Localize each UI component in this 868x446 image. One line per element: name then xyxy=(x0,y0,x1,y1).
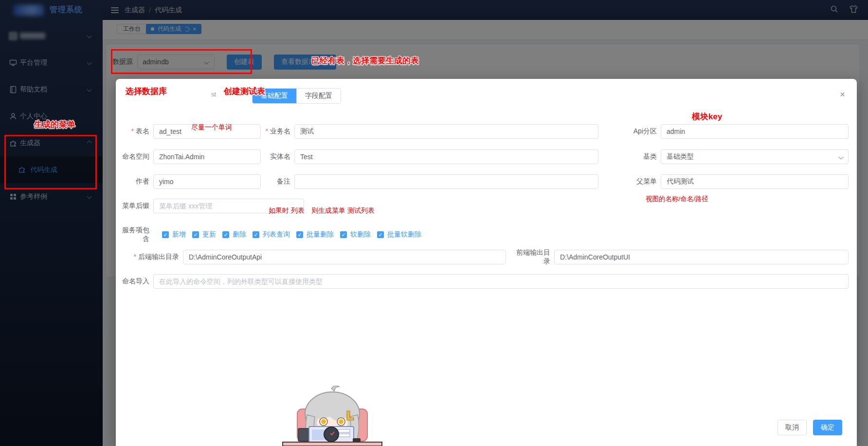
base-class-label: 基类 xyxy=(622,152,657,161)
dialog-tabs: 基础配置 字段配置 xyxy=(252,88,341,104)
checkbox-label: 批量软删除 xyxy=(387,230,421,239)
form-row-services: 服务项包含 ✓新增 ✓更新 ✓删除 ✓列表查询 ✓批量删除 ✓软删除 ✓批量软删… xyxy=(116,227,849,242)
parent-menu-label: 父菜单 xyxy=(622,177,657,186)
form-row-import: 命名导入 xyxy=(116,274,849,289)
namespace-input[interactable] xyxy=(153,149,261,164)
confirm-button[interactable]: 确定 xyxy=(813,420,842,435)
checkbox-checked-icon: ✓ xyxy=(377,231,384,238)
checkbox-checked-icon: ✓ xyxy=(162,231,169,238)
checkbox-label: 新增 xyxy=(172,230,186,239)
checkbox-checked-icon: ✓ xyxy=(253,231,259,238)
services-label: 服务项包含 xyxy=(116,226,149,243)
business-name-input[interactable] xyxy=(294,124,598,139)
checkbox-label: 列表查询 xyxy=(263,230,290,239)
checkbox-checked-icon: ✓ xyxy=(222,231,229,238)
entity-name-label: 实体名 xyxy=(257,152,290,161)
base-class-value[interactable] xyxy=(661,149,849,164)
services-checkbox-group: ✓新增 ✓更新 ✓删除 ✓列表查询 ✓批量删除 ✓软删除 ✓批量软删除 xyxy=(162,230,421,239)
close-icon[interactable]: × xyxy=(840,90,845,99)
table-name-label: 表名 xyxy=(116,127,149,136)
entity-name-input[interactable] xyxy=(294,149,598,164)
menu-suffix-label: 菜单后缀 xyxy=(116,202,149,210)
checkbox-label: 更新 xyxy=(202,230,216,239)
menu-suffix-input[interactable] xyxy=(153,199,304,213)
checkbox-checked-icon: ✓ xyxy=(296,231,303,238)
business-name-label: 业务名 xyxy=(257,127,290,136)
author-input[interactable] xyxy=(153,174,261,189)
form-row-3: 作者 备注 父菜单 xyxy=(116,174,849,189)
form-row-output: 后端输出目录 前端输出目录 xyxy=(116,250,849,264)
api-area-label: Api分区 xyxy=(622,127,657,136)
form-row-4: 菜单后缀 xyxy=(116,199,849,213)
remark-label: 备注 xyxy=(257,177,290,186)
checkbox-delete[interactable]: ✓删除 xyxy=(222,230,246,239)
checkbox-checked-icon: ✓ xyxy=(340,231,347,238)
form-row-1: 表名 业务名 Api分区 xyxy=(116,124,849,139)
form-row-2: 命名空间 实体名 基类 xyxy=(116,149,849,164)
backend-dir-input[interactable] xyxy=(183,250,506,264)
mascot-chibi-image xyxy=(279,386,386,446)
dialog-title-fragment: st xyxy=(211,91,216,98)
checkbox-label: 批量删除 xyxy=(307,230,334,239)
table-name-input[interactable] xyxy=(153,124,261,139)
author-label: 作者 xyxy=(116,177,149,186)
checkbox-batch-delete[interactable]: ✓批量删除 xyxy=(296,230,334,239)
app-root: 管理系统 平台管理 帮助文档 xyxy=(0,0,868,446)
checkbox-checked-icon: ✓ xyxy=(192,231,199,238)
naming-import-label: 命名导入 xyxy=(116,277,149,286)
remark-input[interactable] xyxy=(294,174,598,189)
checkbox-list-query[interactable]: ✓列表查询 xyxy=(253,230,290,239)
codegen-dialog: st × 基础配置 字段配置 表名 业务名 Api分区 命名空间 xyxy=(116,79,857,446)
naming-import-input[interactable] xyxy=(153,274,849,289)
base-class-select[interactable] xyxy=(661,149,849,164)
checkbox-create[interactable]: ✓新增 xyxy=(162,230,186,239)
checkbox-update[interactable]: ✓更新 xyxy=(192,230,216,239)
checkbox-soft-delete[interactable]: ✓软删除 xyxy=(340,230,371,239)
tab-basic-config[interactable]: 基础配置 xyxy=(253,89,296,103)
frontend-dir-input[interactable] xyxy=(554,250,849,264)
dialog-footer: 取消 确定 xyxy=(778,420,842,435)
backend-dir-label: 后端输出目录 xyxy=(116,253,179,261)
cancel-button[interactable]: 取消 xyxy=(778,420,807,435)
checkbox-label: 软删除 xyxy=(350,230,371,239)
namespace-label: 命名空间 xyxy=(116,152,149,161)
api-area-input[interactable] xyxy=(661,124,849,139)
tab-field-config[interactable]: 字段配置 xyxy=(296,89,341,103)
parent-menu-input[interactable] xyxy=(661,174,849,189)
frontend-dir-label: 前端输出目录 xyxy=(512,248,550,266)
checkbox-label: 删除 xyxy=(233,230,246,239)
checkbox-batch-soft-delete[interactable]: ✓批量软删除 xyxy=(377,230,421,239)
